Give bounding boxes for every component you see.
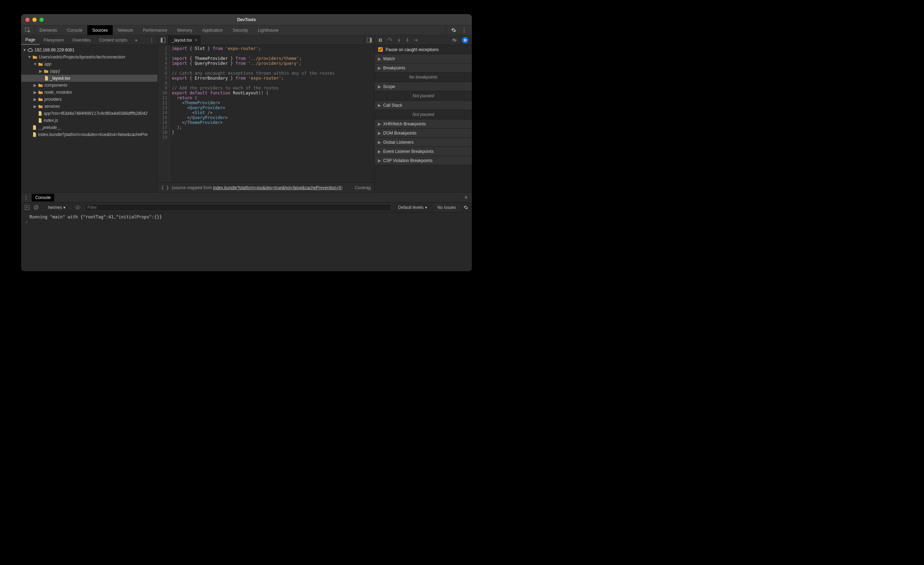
console-filter-input[interactable] (85, 204, 391, 211)
pause-icon[interactable] (378, 38, 382, 42)
toggle-navigator-icon[interactable] (158, 35, 168, 45)
toggle-debugger-icon[interactable] (364, 35, 374, 45)
settings-icon[interactable] (451, 27, 456, 33)
nav-subtab-content-scripts[interactable]: Content scripts (95, 35, 131, 45)
source-map-link[interactable]: index.bundle?platform=ios&dev=true&hot=f… (213, 185, 341, 190)
file-tree: ▼ 192.168.86.229:8081 ▼ Users/cedric/Pro… (21, 45, 158, 192)
tree-file-prelude[interactable]: __prelude__ (21, 124, 158, 131)
console-prompt[interactable]: › (26, 219, 468, 224)
file-label: __prelude__ (38, 125, 62, 130)
pause-on-exceptions-icon[interactable] (462, 37, 468, 43)
debug-section-breakpoints[interactable]: ▶Breakpoints (375, 63, 472, 72)
svg-point-8 (399, 41, 399, 42)
folder-label: node_modules (44, 90, 72, 95)
debugger-toolbar (375, 35, 472, 45)
tree-folder-(app)[interactable]: ▶ (app) (21, 68, 158, 75)
tree-folder-app[interactable]: ▼ app (21, 60, 158, 68)
console-output[interactable]: Running "main" with {"rootTag":41,"initi… (21, 212, 472, 271)
editor-tab-layout[interactable]: _layout.tsx × (168, 35, 201, 45)
devtools-window: DevTools ElementsConsoleSourcesNetworkPe… (21, 14, 472, 271)
clear-console-icon[interactable] (34, 205, 38, 210)
tree-file-indexbundle[interactable]: index.bundle?platform=ios&dev=true&hot=f… (21, 131, 158, 138)
live-expression-icon[interactable] (75, 205, 81, 210)
drawer-kebab-icon[interactable]: ⋮ (24, 195, 28, 200)
debug-section-watch[interactable]: ▶Watch (375, 54, 472, 63)
svg-point-17 (77, 207, 78, 208)
debug-section-xhr-fetch-breakpoints[interactable]: ▶XHR/fetch Breakpoints (375, 119, 472, 129)
tree-file-appctx[interactable]: app?ctx=f63d4a7484f499117c4cf80a4d9386df… (21, 110, 158, 117)
svg-rect-2 (160, 38, 162, 42)
step-over-icon[interactable] (387, 38, 392, 42)
nav-subtab-filesystem[interactable]: Filesystem (39, 35, 68, 45)
log-levels-selector[interactable]: Default levels ▾ (396, 204, 430, 210)
issues-label: No Issues (437, 205, 456, 210)
nav-subtab-overrides[interactable]: Overrides (68, 35, 95, 45)
pause-on-caught-label: Pause on caught exceptions (386, 47, 439, 52)
tree-folder-node_modules[interactable]: ▶ node_modules (21, 89, 158, 96)
tree-folder-components[interactable]: ▶ components (21, 82, 158, 89)
navigator-more-icon[interactable]: » (131, 35, 141, 45)
navigator-subtabs: PageFilesystemOverridesContent scripts »… (21, 35, 158, 45)
svg-rect-4 (370, 38, 371, 42)
main-tab-elements[interactable]: Elements (34, 26, 62, 35)
debug-section-dom-breakpoints[interactable]: ▶DOM Breakpoints (375, 129, 472, 138)
debug-section-scope[interactable]: ▶Scope (375, 82, 472, 91)
debug-section-body: Not paused (375, 91, 472, 101)
source-map-prefix: (source mapped from (172, 185, 213, 190)
debug-section-event-listener-breakpoints[interactable]: ▶Event Listener Breakpoints (375, 147, 472, 156)
deactivate-breakpoints-icon[interactable] (452, 38, 457, 42)
main-tab-performance[interactable]: Performance (138, 26, 172, 35)
main-tab-security[interactable]: Security (228, 26, 253, 35)
code-editor[interactable]: 12345678910111213141516171819 import { S… (158, 45, 374, 182)
code-content: import { Slot } from 'expo-router'; impo… (170, 45, 374, 182)
console-log-line: Running "main" with {"rootTag":41,"initi… (26, 215, 468, 219)
debug-section-csp-violation-breakpoints[interactable]: ▶CSP Violation Breakpoints (375, 156, 472, 165)
editor-statusbar: { } (source mapped from index.bundle?pla… (158, 182, 374, 192)
pause-on-caught-checkbox[interactable] (378, 47, 383, 52)
drawer-tab-console[interactable]: Console (32, 194, 54, 201)
main-tab-sources[interactable]: Sources (87, 26, 112, 35)
debug-section-global-listeners[interactable]: ▶Global Listeners (375, 138, 472, 147)
console-settings-icon[interactable] (464, 205, 468, 210)
file-icon (32, 125, 37, 130)
file-label: index.bundle?platform=ios&dev=true&hot=f… (38, 132, 147, 137)
step-icon[interactable] (414, 38, 418, 42)
tree-file-layout[interactable]: _layout.tsx (21, 75, 158, 82)
editor-panel: _layout.tsx × 12345678910111213141516171… (158, 35, 375, 192)
main-tab-memory[interactable]: Memory (172, 26, 197, 35)
navigator-kebab-icon[interactable]: ⋮ (150, 38, 154, 43)
close-tab-icon[interactable]: × (195, 38, 197, 43)
tree-folder-services[interactable]: ▶ services (21, 103, 158, 110)
titlebar: DevTools (21, 14, 472, 26)
inspect-element-icon[interactable] (21, 26, 34, 35)
step-into-icon[interactable] (397, 38, 401, 42)
debug-section-body: Not paused (375, 110, 472, 119)
tree-file-indexjs[interactable]: index.js (21, 117, 158, 124)
file-label: index.js (44, 118, 58, 123)
kebab-menu-icon[interactable]: ⋮ (461, 27, 467, 33)
pretty-print-icon[interactable]: { } (161, 185, 169, 190)
drawer-close-icon[interactable]: × (463, 194, 469, 201)
tree-folder-providers[interactable]: ▶ providers (21, 96, 158, 103)
console-sidebar-toggle-icon[interactable] (25, 205, 30, 210)
cloud-icon (27, 48, 33, 52)
tree-host-row[interactable]: ▼ 192.168.86.229:8081 (21, 47, 158, 54)
folder-icon (32, 55, 38, 59)
coverage-label[interactable]: Coverag (355, 185, 371, 190)
issues-button[interactable]: No Issues (434, 204, 459, 211)
main-tab-lighthouse[interactable]: Lighthouse (253, 26, 284, 35)
project-path-label: Users/cedric/Projects/bycedric/techconne… (39, 55, 125, 60)
main-tab-application[interactable]: Application (197, 26, 228, 35)
main-tabs: ElementsConsoleSourcesNetworkPerformance… (34, 26, 284, 35)
main-tab-console[interactable]: Console (62, 26, 87, 35)
pause-on-caught-checkbox-row[interactable]: Pause on caught exceptions (375, 45, 472, 54)
execution-context-selector[interactable]: hermes ▾ (48, 205, 66, 210)
tree-project-row[interactable]: ▼ Users/cedric/Projects/bycedric/techcon… (21, 54, 158, 60)
debug-section-call-stack[interactable]: ▶Call Stack (375, 101, 472, 110)
file-icon (38, 111, 42, 116)
folder-label: providers (44, 97, 62, 102)
nav-subtab-page[interactable]: Page (21, 35, 39, 45)
step-out-icon[interactable] (406, 38, 409, 42)
svg-point-10 (414, 39, 415, 40)
main-tab-network[interactable]: Network (112, 26, 138, 35)
